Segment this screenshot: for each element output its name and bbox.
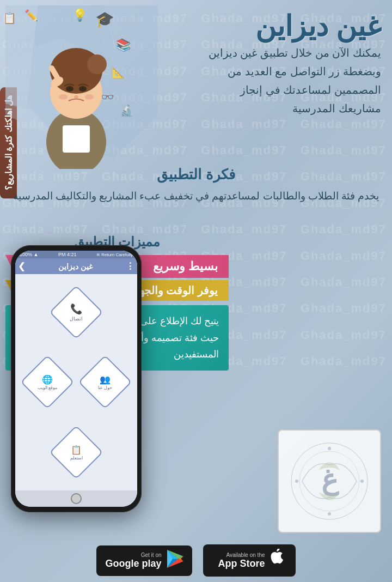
svg-text:غ: غ <box>321 464 339 496</box>
svg-point-17 <box>66 86 74 92</box>
phone-app-header: ⋮ غين ديزاين ❯ <box>15 258 137 274</box>
svg-point-28 <box>328 512 331 516</box>
phone-bottom-bar <box>15 490 137 507</box>
phone-screen: Return Carefully ≋ 4:21 PM ▲ 100% ⋮ غين … <box>15 251 137 507</box>
phone-icon-call-container: 📞 اتصال <box>57 293 95 331</box>
phone-status-bar: Return Carefully ≋ 4:21 PM ▲ 100% <box>15 251 137 258</box>
phone-icon-website[interactable]: 🌐 موقع الويب <box>21 355 75 409</box>
svg-point-19 <box>74 95 78 99</box>
svg-rect-12 <box>63 125 90 153</box>
svg-point-30 <box>360 480 364 483</box>
main-content: هل اهلكتك كثرة المشاريع؟ 🎓 💡 📚 📐 ✏️ 👓 🔬 … <box>0 0 392 582</box>
phone-icon-inquiry-container: 📋 استعلم <box>57 433 95 471</box>
character-illustration: 🎓 💡 📚 📐 ✏️ 👓 🔬 📋 <box>5 5 158 169</box>
google-play-icon <box>167 550 183 572</box>
phone-app-body: 📞 اتصال 👥 حول عنا <box>15 274 137 490</box>
description-text: يمكنك الآن من خلال تطبيق غين ديزاين وبضغ… <box>196 44 381 118</box>
phone-outer: Return Carefully ≋ 4:21 PM ▲ 100% ⋮ غين … <box>11 245 142 512</box>
googleplay-button[interactable]: Get it on Google play <box>96 545 192 576</box>
svg-point-20 <box>59 94 68 100</box>
phone-icon-inquiry[interactable]: 📋 استعلم <box>50 425 103 479</box>
svg-text:📋: 📋 <box>5 11 16 25</box>
phone-icon-call[interactable]: 📞 اتصال <box>50 286 103 340</box>
appstore-button[interactable]: Available on the App Store <box>203 544 296 577</box>
svg-point-21 <box>85 94 94 100</box>
store-buttons-container: Available on the App Store Get it on Goo… <box>0 544 392 577</box>
idea-title: فكرة التطبيق <box>5 166 387 183</box>
logo-area: غ <box>278 429 381 533</box>
idea-body: يخدم فئة الطلاب والطالبات لمساعدتهم في ت… <box>5 187 387 205</box>
apple-icon <box>271 549 287 572</box>
page-title: غين ديزاين <box>255 10 381 43</box>
idea-section: فكرة التطبيق يخدم فئة الطلاب والطالبات ل… <box>0 166 392 205</box>
svg-point-16 <box>87 54 107 74</box>
svg-point-29 <box>295 480 298 483</box>
phone-home-button[interactable] <box>71 493 82 504</box>
phone-icon-about[interactable]: 👥 حول عنا <box>78 355 132 409</box>
phone-mockup: Return Carefully ≋ 4:21 PM ▲ 100% ⋮ غين … <box>11 245 142 512</box>
svg-point-27 <box>328 447 331 450</box>
svg-point-18 <box>79 86 87 92</box>
